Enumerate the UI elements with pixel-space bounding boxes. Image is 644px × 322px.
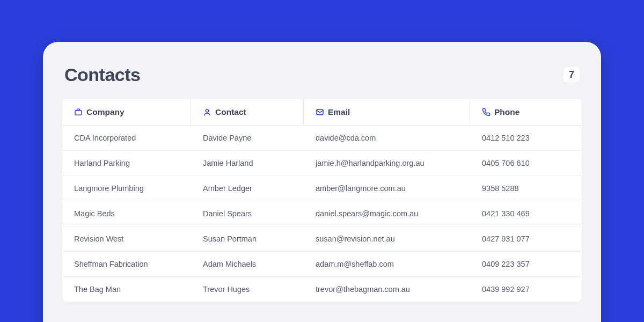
cell-company: Sheffman Fabrication <box>62 252 191 276</box>
cell-contact: Daniel Spears <box>191 201 304 226</box>
cell-phone: 0409 223 357 <box>470 252 582 276</box>
cell-phone: 0421 330 469 <box>470 201 582 226</box>
cell-company: Langmore Plumbing <box>62 176 191 201</box>
cell-contact: Amber Ledger <box>191 176 304 201</box>
column-label: Company <box>86 107 125 117</box>
column-header-email[interactable]: Email <box>304 99 470 125</box>
count-badge: 7 <box>564 67 580 83</box>
column-header-contact[interactable]: Contact <box>191 99 304 125</box>
contacts-table: Company Contact Email Phone <box>62 99 582 302</box>
cell-email: amber@langmore.com.au <box>304 176 470 201</box>
cell-email: davide@cda.com <box>304 126 470 150</box>
table-row[interactable]: Harland ParkingJamie Harlandjamie.h@harl… <box>62 151 582 176</box>
table-row[interactable]: Langmore PlumbingAmber Ledgeramber@langm… <box>62 176 582 201</box>
column-label: Email <box>328 107 350 117</box>
cell-company: The Bag Man <box>62 277 191 302</box>
cell-email: adam.m@sheffab.com <box>304 252 470 276</box>
table-row[interactable]: CDA IncorporatedDavide Paynedavide@cda.c… <box>62 126 582 151</box>
briefcase-icon <box>74 108 83 116</box>
column-header-company[interactable]: Company <box>62 99 191 125</box>
cell-email: susan@revision.net.au <box>304 226 470 251</box>
column-label: Phone <box>494 107 519 117</box>
cell-company: Harland Parking <box>62 151 191 175</box>
table-row[interactable]: The Bag ManTrevor Hugestrevor@thebagman.… <box>62 277 582 302</box>
cell-contact: Davide Payne <box>191 126 304 150</box>
cell-phone: 0405 706 610 <box>470 151 582 175</box>
cell-company: Magic Beds <box>62 201 191 226</box>
cell-phone: 9358 5288 <box>470 176 582 201</box>
cell-email: jamie.h@harlandparking.org.au <box>304 151 470 175</box>
header-row: Contacts 7 <box>62 64 582 85</box>
cell-phone: 0412 510 223 <box>470 126 582 150</box>
cell-contact: Trevor Huges <box>191 277 304 302</box>
mail-icon <box>316 108 324 116</box>
column-label: Contact <box>215 107 246 117</box>
cell-contact: Susan Portman <box>191 226 304 251</box>
table-header: Company Contact Email Phone <box>62 99 582 126</box>
table-row[interactable]: Sheffman FabricationAdam Michaelsadam.m@… <box>62 252 582 277</box>
contacts-card: Contacts 7 Company Contact Email <box>43 42 601 322</box>
table-row[interactable]: Revision WestSusan Portmansusan@revision… <box>62 226 582 252</box>
cell-email: daniel.spears@magic.com.au <box>304 201 470 226</box>
table-row[interactable]: Magic BedsDaniel Spearsdaniel.spears@mag… <box>62 201 582 226</box>
cell-company: Revision West <box>62 226 191 251</box>
cell-contact: Adam Michaels <box>191 252 304 276</box>
svg-point-1 <box>206 109 208 112</box>
cell-email: trevor@thebagman.com.au <box>304 277 470 302</box>
user-icon <box>203 108 211 116</box>
table-body: CDA IncorporatedDavide Paynedavide@cda.c… <box>62 126 582 302</box>
phone-icon <box>482 108 491 116</box>
cell-company: CDA Incorporated <box>62 126 191 150</box>
cell-contact: Jamie Harland <box>191 151 304 175</box>
page-title: Contacts <box>64 64 140 85</box>
column-header-phone[interactable]: Phone <box>470 99 582 125</box>
cell-phone: 0427 931 077 <box>470 226 582 251</box>
svg-rect-0 <box>75 111 82 115</box>
cell-phone: 0439 992 927 <box>470 277 582 302</box>
